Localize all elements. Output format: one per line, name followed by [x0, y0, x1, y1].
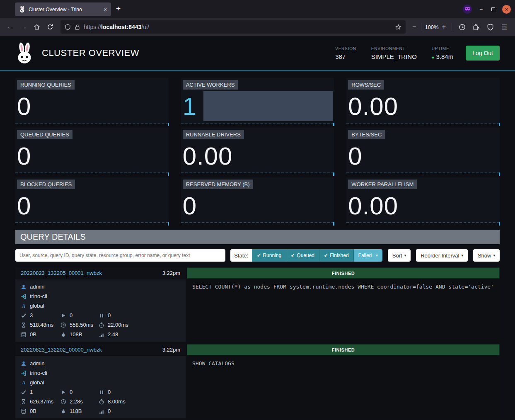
lock-icon[interactable]: [74, 24, 80, 30]
stat-label: RUNNING QUERIES: [17, 80, 75, 90]
privacy-shield-icon[interactable]: [484, 21, 497, 33]
query-id-link[interactable]: 20220823_132205_00001_nwbzk: [21, 270, 159, 276]
new-tab-button[interactable]: +: [116, 4, 121, 13]
query-user: admin: [30, 284, 44, 290]
divider: [421, 23, 421, 31]
trino-logo: [15, 42, 34, 64]
browser-tab-bar: Cluster Overview - Trino × + − ×: [0, 0, 515, 18]
cluster-meta: VERSION 387 ENVIRONMENT SIMPLE_TRINO UPT…: [335, 46, 453, 60]
current-memory: 0B: [30, 331, 36, 337]
cumulative-memory: 118B: [70, 408, 82, 414]
minimize-button[interactable]: −: [478, 6, 484, 12]
tab-title: Cluster Overview - Trino: [29, 7, 100, 12]
running-splits: 0: [70, 312, 73, 318]
query-sql-text: SHOW CATALOGS: [187, 356, 500, 418]
user-icon: [21, 284, 27, 290]
url-bar[interactable]: https://localhost:8443/ui/: [60, 20, 406, 34]
zoom-in-button[interactable]: +: [440, 23, 448, 31]
reload-button[interactable]: [44, 21, 56, 33]
stat-runnable-drivers: RUNNABLE DRIVERS 0.00: [181, 128, 334, 173]
stat-value: 0: [348, 142, 362, 171]
stat-value: 0.00: [348, 92, 398, 121]
query-details-header: QUERY DETAILS: [15, 230, 500, 244]
forward-button[interactable]: →: [17, 21, 30, 33]
wall-time: 626.37ms: [30, 398, 53, 405]
query-status-bar: FINISHED: [187, 344, 500, 355]
version-meta: VERSION 387: [335, 46, 356, 60]
parallelism-value: 2.48: [108, 331, 118, 337]
query-id-link[interactable]: 20220823_132202_00000_nwbzk: [21, 347, 159, 353]
stat-label: BYTES/SEC: [348, 130, 385, 139]
resource-group-icon: [21, 380, 27, 386]
user-icon: [21, 361, 27, 367]
sort-dropdown[interactable]: Sort▾: [388, 249, 411, 262]
tracking-protection-shield-icon[interactable]: [65, 24, 71, 30]
history-clock-icon[interactable]: [455, 21, 469, 33]
zoom-level[interactable]: 100%: [424, 24, 439, 30]
check-icon: ✔: [257, 253, 261, 258]
query-time: 3:22pm: [162, 347, 180, 353]
query-source: trino-cli: [30, 370, 47, 376]
query-card: 20220823_132205_00001_nwbzk 3:22pm FINIS…: [15, 267, 500, 342]
home-button[interactable]: [31, 21, 43, 33]
state-filter-running[interactable]: ✔Running: [252, 249, 286, 262]
cpu-time: 8.00ms: [108, 398, 126, 405]
stat-value: 0.00: [348, 192, 398, 221]
query-status-bar: FINISHED: [187, 267, 500, 279]
cumulative-memory-icon: [60, 408, 66, 414]
running-splits: 0: [70, 389, 73, 395]
stat-rows-per-sec: ROWS/SEC 0.00: [346, 78, 500, 124]
extensions-icon[interactable]: [469, 21, 483, 33]
environment-label: ENVIRONMENT: [371, 46, 417, 51]
logout-button[interactable]: Log Out: [466, 46, 500, 61]
stat-value: 0: [17, 192, 31, 221]
stat-label: RUNNABLE DRIVERS: [183, 130, 244, 139]
show-dropdown[interactable]: Show▾: [473, 249, 500, 262]
stat-label: QUEUED QUERIES: [17, 130, 73, 139]
current-memory-icon: [21, 408, 27, 414]
cpu-time-icon: [99, 322, 104, 328]
state-filter-failed-dropdown[interactable]: Failed▾: [353, 249, 382, 262]
stat-queued-queries: QUEUED QUERIES 0: [15, 128, 169, 173]
queued-splits: 0: [108, 312, 111, 318]
parallelism-value: 0: [108, 408, 111, 414]
wall-time-icon: [21, 322, 27, 328]
browser-tab[interactable]: Cluster Overview - Trino ×: [15, 2, 111, 16]
sparkline-fill: [203, 91, 333, 121]
source-icon: [21, 294, 27, 299]
state-filter-queued[interactable]: ✔Queued: [286, 249, 319, 262]
cumulative-memory: 108B: [70, 331, 82, 337]
completed-splits-icon: [21, 313, 27, 318]
completed-splits: 1: [30, 389, 33, 395]
completed-splits-icon: [21, 389, 27, 395]
close-window-button[interactable]: ×: [502, 5, 511, 14]
elapsed-time: 2.28s: [70, 398, 83, 405]
check-icon: ✔: [291, 253, 295, 258]
stat-running-queries: RUNNING QUERIES 0: [15, 78, 169, 124]
wall-time: 518.48ms: [30, 322, 53, 328]
tab-close-icon[interactable]: ×: [104, 6, 107, 13]
bookmark-star-icon[interactable]: [395, 24, 401, 30]
query-id-row: 20220823_132202_00000_nwbzk 3:22pm: [15, 344, 186, 355]
source-icon: [21, 370, 27, 376]
parallelism-icon: [99, 332, 104, 337]
version-value: 387: [335, 53, 356, 60]
trino-cluster-overview-page: CLUSTER OVERVIEW VERSION 387 ENVIRONMENT…: [0, 36, 515, 420]
query-sql-text: SELECT COUNT(*) as nodes FROM system.run…: [187, 279, 500, 342]
resource-group-icon: [21, 303, 27, 309]
running-splits-icon: [60, 313, 66, 318]
stat-worker-parallelism: WORKER PARALLELISM 0.00: [346, 177, 500, 223]
query-info-panel: admin trino-cli global 3 0 0 518.48ms 55…: [15, 279, 186, 342]
zoom-out-button[interactable]: −: [410, 23, 418, 31]
query-search-input[interactable]: [15, 249, 225, 262]
query-resource-group: global: [30, 303, 44, 309]
elapsed-time-icon: [60, 322, 66, 328]
back-button[interactable]: ←: [4, 21, 17, 33]
restore-button[interactable]: [490, 6, 496, 12]
environment-meta: ENVIRONMENT SIMPLE_TRINO: [371, 46, 417, 60]
query-toolbar: State: ✔Running ✔Queued ✔Finished Failed…: [15, 249, 500, 262]
state-filter-finished[interactable]: ✔Finished: [319, 249, 353, 262]
reorder-interval-dropdown[interactable]: Reorder Interval▾: [416, 249, 468, 262]
menu-button[interactable]: ☰: [498, 21, 511, 33]
state-filter-label: State:: [230, 249, 252, 262]
